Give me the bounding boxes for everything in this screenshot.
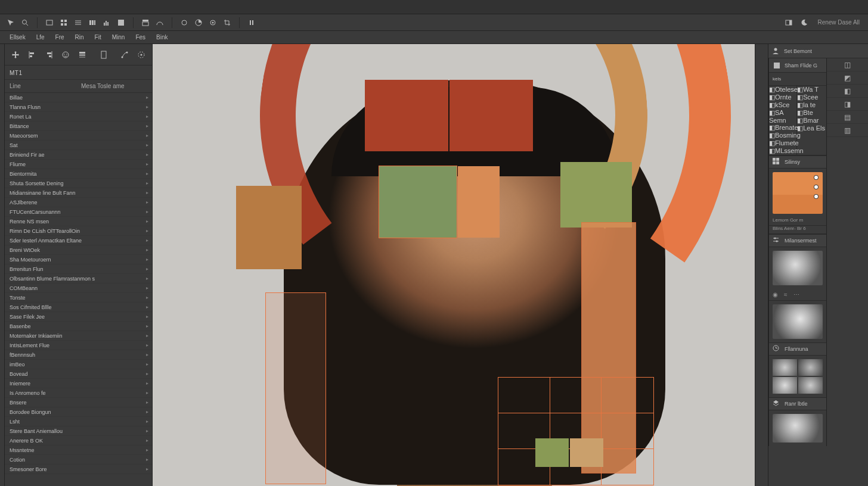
property-row[interactable]: ◧Lea Els: [797, 124, 826, 132]
overlay-grid-br[interactable]: [498, 378, 653, 485]
stack-icon[interactable]: [75, 48, 89, 62]
preset-item[interactable]: Breni WtOek▸: [5, 245, 152, 255]
preset-item[interactable]: Sos Cifmited Bllle▸: [5, 303, 152, 312]
pie-icon[interactable]: [193, 17, 204, 29]
preset-item[interactable]: Borodee Biongun▸: [5, 407, 152, 417]
cursor-icon[interactable]: [5, 17, 17, 29]
property-row[interactable]: ◧Ornte: [769, 94, 796, 101]
canvas[interactable]: [153, 44, 755, 486]
preset-item[interactable]: Iniemere▸: [5, 379, 152, 388]
property-row[interactable]: ◧kSce: [769, 101, 796, 109]
circle-icon[interactable]: [178, 17, 190, 29]
toolbar-right-label[interactable]: Renew Dase All: [814, 19, 863, 26]
link-icon[interactable]: ≈: [784, 291, 788, 298]
paths-icon[interactable]: [117, 48, 132, 62]
preset-item[interactable]: Midiansinane line Bult Fann▸: [5, 188, 152, 198]
columns-icon[interactable]: [86, 17, 98, 29]
preset-item[interactable]: imBeo▸: [5, 360, 152, 369]
overlay-rect[interactable]: [236, 186, 302, 269]
panel-section-swatch[interactable]: Silinsy: [769, 155, 826, 169]
color-swatch[interactable]: [773, 172, 823, 214]
preset-item[interactable]: Tlanna Flusn▸: [5, 102, 152, 112]
preset-item[interactable]: Shuta Sorsette Dening▸: [5, 179, 152, 188]
swatch-icon[interactable]: [115, 17, 127, 29]
doc-icon[interactable]: [97, 48, 111, 62]
preset-item[interactable]: FTUCentCarsunannn▸: [5, 207, 152, 217]
preset-item[interactable]: Moternaker Inkiaemiin▸: [5, 331, 152, 341]
target-icon[interactable]: [207, 17, 219, 29]
mini-tool[interactable]: ▤: [827, 111, 868, 124]
preset-item[interactable]: Fliume▸: [5, 160, 152, 169]
thumbnail[interactable]: [773, 304, 823, 339]
pause-icon[interactable]: [246, 17, 258, 29]
property-row[interactable]: ◧MLssemn: [769, 147, 796, 155]
preset-item[interactable]: Mssntetne▸: [5, 446, 152, 455]
overlay-rect[interactable]: [365, 80, 448, 151]
property-row[interactable]: ◧Bosming: [769, 132, 796, 139]
moon-icon[interactable]: [798, 17, 810, 29]
preset-item[interactable]: Renne NS msen▸: [5, 217, 152, 226]
menu-item[interactable]: Bink: [151, 33, 172, 42]
menu-item[interactable]: Fit: [90, 33, 106, 42]
menu-item[interactable]: Ellsek: [5, 33, 30, 42]
preset-item[interactable]: Bittance▸: [5, 122, 152, 131]
canvas-area[interactable]: [153, 44, 755, 486]
preset-item[interactable]: Maeoorsem▸: [5, 131, 152, 141]
preset-item[interactable]: ASJlberene▸: [5, 198, 152, 207]
property-row[interactable]: ◧Flumete: [769, 139, 796, 147]
panel-section-adjust[interactable]: Milansermest: [769, 234, 826, 247]
property-row[interactable]: ◧Bte: [797, 109, 826, 117]
preset-item[interactable]: Ronet La▸: [5, 112, 152, 122]
crop-icon[interactable]: [221, 17, 233, 29]
orbit-icon[interactable]: [134, 48, 148, 62]
gauge-icon[interactable]: [154, 17, 166, 29]
preset-item[interactable]: IntIsLement Flue▸: [5, 341, 152, 350]
overlay-rect[interactable]: [379, 166, 457, 238]
more-icon[interactable]: ⋯: [793, 291, 799, 298]
preset-item[interactable]: Stere Bant Aniemallou▸: [5, 426, 152, 436]
align-right-icon[interactable]: [42, 48, 56, 62]
preset-item[interactable]: Rimn De CLish OlTTearollOin▸: [5, 226, 152, 236]
preset-list[interactable]: Billae▸Tlanna Flusn▸Ronet La▸Bittance▸Ma…: [5, 93, 152, 486]
preset-item[interactable]: Briniend Fir ae▸: [5, 150, 152, 160]
thumbnail[interactable]: [773, 251, 823, 285]
overlay-grid-left[interactable]: [266, 293, 326, 484]
preset-item[interactable]: COMBeann▸: [5, 284, 152, 293]
property-row[interactable]: ◧Scee: [797, 94, 826, 101]
eye-icon[interactable]: ◉: [773, 291, 778, 298]
move-icon[interactable]: [8, 48, 23, 62]
overlay-rect[interactable]: [535, 438, 569, 467]
preset-item[interactable]: Billae▸: [5, 93, 152, 102]
align-left-icon[interactable]: [25, 48, 39, 62]
overlay-rect[interactable]: [560, 162, 632, 228]
preset-item[interactable]: Smesoner Bore▸: [5, 465, 152, 474]
preset-item[interactable]: Sase Filek Jee▸: [5, 312, 152, 322]
preset-item[interactable]: Bovead▸: [5, 369, 152, 379]
overlay-rect[interactable]: [570, 438, 603, 467]
property-row[interactable]: ◧SA Semn: [769, 109, 796, 124]
panel-icon[interactable]: [783, 17, 795, 29]
menu-item[interactable]: Fes: [131, 33, 150, 42]
preset-item[interactable]: fBennnsuh▸: [5, 350, 152, 360]
property-row[interactable]: ◧Bmar: [797, 117, 826, 124]
property-row[interactable]: ◧Brenate: [769, 124, 796, 132]
preset-item[interactable]: Olbsantinn Blume Flamrastanmon s▸: [5, 274, 152, 284]
preset-item[interactable]: Lsht▸: [5, 417, 152, 426]
menu-item[interactable]: Lfe: [32, 33, 49, 42]
preset-item[interactable]: Basenbe▸: [5, 322, 152, 331]
rect-icon[interactable]: [44, 17, 55, 29]
mini-tool[interactable]: ▥: [827, 124, 868, 137]
hist-icon[interactable]: [101, 17, 113, 29]
preset-item[interactable]: Is Anromeno fe▸: [5, 388, 152, 398]
grid-icon[interactable]: [58, 17, 70, 29]
preset-item[interactable]: Tonste▸: [5, 293, 152, 303]
right-top-header[interactable]: Set Bemont: [768, 44, 868, 58]
overlay-rect[interactable]: [450, 80, 533, 151]
mini-tool[interactable]: ◧: [827, 85, 868, 98]
preset-item[interactable]: Anerere B OK▸: [5, 436, 152, 446]
preset-item[interactable]: Cotion▸: [5, 455, 152, 465]
preset-item[interactable]: Bnsere▸: [5, 398, 152, 407]
preset-item[interactable]: Bientormita▸: [5, 169, 152, 179]
property-row[interactable]: ◧Otelese: [769, 86, 796, 94]
smile-icon[interactable]: [58, 48, 73, 62]
